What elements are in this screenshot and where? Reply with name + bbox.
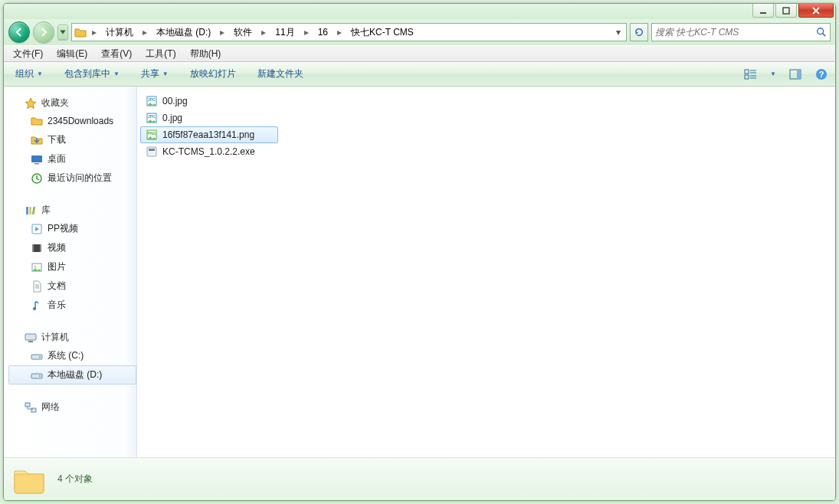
file-name: 00.jpg (162, 96, 188, 106)
file-list[interactable]: JPG 00.jpg JPG 0.jpg PNG 16f5f87eaa13f14… (137, 87, 835, 457)
tree-head-network[interactable]: 网络 (8, 398, 136, 416)
refresh-button[interactable] (630, 23, 648, 41)
file-name: KC-TCMS_1.0.2.2.exe (162, 146, 255, 157)
svg-rect-18 (40, 244, 41, 252)
sidebar-item-drive-d[interactable]: 本地磁盘 (D:) (8, 365, 136, 385)
organize-label: 组织 (15, 67, 34, 80)
drive-icon (31, 369, 43, 381)
slideshow-button[interactable]: 放映幻灯片 (183, 64, 243, 83)
star-icon (25, 97, 37, 110)
sidebar-item-documents[interactable]: 文档 (8, 277, 136, 296)
svg-text:PNG: PNG (148, 131, 156, 136)
chevron-right-icon[interactable]: ▸ (89, 24, 100, 41)
tree-group-network: 网络 (8, 398, 136, 416)
explorer-window: ▸ 计算机 ▸ 本地磁盘 (D:) ▸ 软件 ▸ 11月 ▸ 16 ▸ 快七KC… (3, 3, 836, 501)
file-item[interactable]: JPG 00.jpg (140, 93, 278, 110)
sidebar-item-desktop[interactable]: 桌面 (8, 149, 136, 169)
view-dropdown-button[interactable]: ▼ (768, 66, 778, 83)
sidebar-item-label: 视频 (48, 241, 66, 254)
svg-rect-17 (32, 244, 34, 252)
sidebar-item-label: 桌面 (48, 152, 66, 165)
svg-rect-9 (31, 155, 42, 162)
crumb-16[interactable]: 16 (313, 24, 333, 41)
sidebar-item-pictures[interactable]: 图片 (8, 257, 136, 277)
tree-head-libraries[interactable]: 库 (8, 201, 136, 219)
sidebar-item-videos[interactable]: 视频 (8, 238, 136, 257)
menu-file[interactable]: 文件(F) (7, 46, 49, 62)
download-icon (31, 134, 43, 146)
sidebar-item-music[interactable]: 音乐 (8, 296, 136, 315)
svg-text:?: ? (819, 70, 824, 79)
sidebar-item-drive-c[interactable]: 系统 (C:) (8, 346, 136, 365)
search-box[interactable] (651, 23, 831, 41)
svg-point-27 (39, 375, 41, 377)
tree-head-computer[interactable]: 计算机 (8, 329, 136, 346)
toolbar: 组织 ▼ 包含到库中 ▼ 共享 ▼ 放映幻灯片 新建文件夹 ▼ (4, 62, 835, 87)
share-button[interactable]: 共享 ▼ (134, 64, 175, 83)
address-dropdown[interactable]: ▾ (612, 27, 624, 38)
exe-icon (146, 146, 158, 158)
slideshow-label: 放映幻灯片 (190, 67, 236, 80)
chevron-right-icon[interactable]: ▸ (301, 24, 312, 41)
sidebar-item-label: 2345Downloads (48, 116, 113, 126)
address-bar[interactable]: ▸ 计算机 ▸ 本地磁盘 (D:) ▸ 软件 ▸ 11月 ▸ 16 ▸ 快七KC… (71, 23, 627, 41)
computer-icon (25, 332, 37, 344)
close-button[interactable] (798, 4, 834, 18)
file-name: 16f5f87eaa13f141.png (162, 129, 254, 140)
svg-text:JPG: JPG (148, 97, 156, 102)
chevron-right-icon[interactable]: ▸ (258, 24, 269, 41)
menu-bar: 文件(F) 编辑(E) 查看(V) 工具(T) 帮助(H) (4, 45, 835, 62)
sidebar-item-ppvideo[interactable]: PP视频 (8, 219, 136, 238)
libraries-icon (25, 205, 37, 217)
sidebar-item-recent[interactable]: 最近访问的位置 (8, 169, 136, 188)
svg-rect-4 (745, 75, 749, 79)
file-item[interactable]: JPG 0.jpg (140, 110, 278, 126)
crumb-current[interactable]: 快七KC-T CMS (346, 24, 418, 41)
menu-help[interactable]: 帮助(H) (184, 46, 228, 62)
svg-rect-13 (29, 207, 31, 214)
search-input[interactable] (655, 27, 813, 38)
organize-button[interactable]: 组织 ▼ (8, 64, 50, 83)
navigation-pane[interactable]: 收藏夹 2345Downloads 下载 桌面 最近访问的位置 (4, 87, 137, 457)
sidebar-item-downloads[interactable]: 下载 (8, 130, 136, 149)
back-button[interactable] (8, 21, 30, 43)
new-folder-button[interactable]: 新建文件夹 (251, 64, 310, 83)
menu-tools[interactable]: 工具(T) (139, 46, 182, 62)
tree-head-favorites[interactable]: 收藏夹 (8, 94, 136, 112)
pictures-icon (31, 261, 43, 273)
maximize-button[interactable] (775, 4, 797, 18)
preview-pane-button[interactable] (786, 66, 805, 83)
crumb-computer[interactable]: 计算机 (101, 24, 138, 41)
chevron-down-icon: ▼ (770, 70, 776, 77)
minimize-button[interactable] (752, 4, 774, 18)
file-name: 0.jpg (162, 113, 182, 123)
svg-rect-1 (783, 8, 789, 14)
search-icon[interactable] (816, 27, 827, 38)
svg-rect-36 (147, 147, 156, 156)
chevron-right-icon[interactable]: ▸ (139, 24, 150, 41)
crumb-drive-d[interactable]: 本地磁盘 (D:) (152, 24, 215, 41)
svg-point-25 (39, 356, 41, 358)
network-icon (25, 401, 37, 414)
help-button[interactable]: ? (812, 66, 831, 83)
include-in-library-button[interactable]: 包含到库中 ▼ (57, 64, 126, 83)
chevron-right-icon[interactable]: ▸ (217, 24, 228, 41)
share-label: 共享 (141, 67, 159, 80)
crumb-software[interactable]: 软件 (229, 24, 257, 41)
tree-group-favorites: 收藏夹 2345Downloads 下载 桌面 最近访问的位置 (8, 94, 136, 188)
file-item[interactable]: PNG 16f5f87eaa13f141.png (140, 126, 278, 143)
svg-rect-22 (25, 334, 36, 340)
recent-locations-button[interactable] (57, 25, 68, 40)
menu-view[interactable]: 查看(V) (95, 46, 138, 62)
chevron-right-icon[interactable]: ▸ (334, 24, 345, 41)
file-item[interactable]: KC-TCMS_1.0.2.2.exe (140, 143, 278, 160)
menu-edit[interactable]: 编辑(E) (51, 46, 93, 62)
expand-icon (11, 99, 20, 107)
svg-rect-28 (25, 403, 30, 407)
crumb-11month[interactable]: 11月 (270, 24, 299, 41)
jpg-icon: JPG (146, 112, 158, 124)
view-options-button[interactable] (742, 66, 760, 83)
film-icon (31, 242, 43, 254)
forward-button[interactable] (33, 21, 54, 43)
sidebar-item-2345downloads[interactable]: 2345Downloads (8, 112, 136, 130)
